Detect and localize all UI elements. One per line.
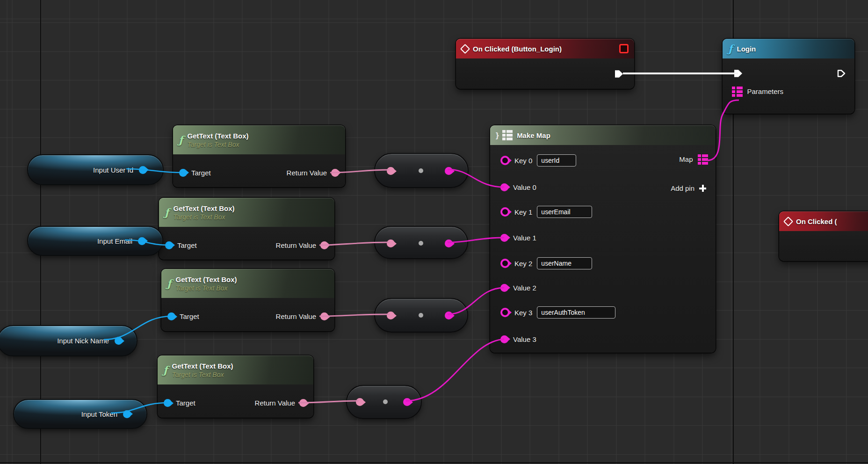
parameters-pin-label: Parameters: [747, 87, 784, 95]
conversion-input-pin[interactable]: [387, 239, 395, 247]
add-pin-label: Add pin: [671, 184, 694, 192]
target-label: Target: [191, 169, 211, 177]
key-3-label: Key 3: [514, 309, 532, 317]
variable-label: Input Nick Name: [57, 337, 109, 345]
map-output-pin[interactable]: [698, 154, 709, 165]
key-0-pin-row[interactable]: Key 0: [490, 153, 576, 168]
add-pin-plus-icon[interactable]: [699, 185, 706, 192]
key-3-pin-row[interactable]: Key 3: [490, 305, 615, 320]
event-node-header: On Clicked (Button_Login): [456, 39, 634, 58]
function-node-login[interactable]: ƒ Login Parameters: [723, 39, 854, 114]
gettext-header: ƒ GetText (Text Box) Target is Text Box: [159, 198, 334, 227]
map-output-label: Map: [679, 155, 693, 163]
key-1-label: Key 1: [514, 208, 532, 216]
event-node-title: On Clicked (Button_Login): [473, 45, 562, 53]
gettext-title: GetText (Text Box): [172, 362, 233, 370]
gettext-subtitle: Target is Text Box: [173, 213, 234, 221]
variable-label: Input User Id: [93, 166, 133, 174]
value-0-label: Value 0: [513, 183, 536, 191]
make-map-header: } Make Map: [490, 125, 716, 145]
conversion-output-pin[interactable]: [445, 167, 453, 175]
conversion-input-pin[interactable]: [356, 398, 364, 406]
target-input-pin[interactable]: Target: [164, 399, 195, 407]
add-pin-row[interactable]: Add pin: [671, 184, 706, 192]
variable-node-input-token[interactable]: Input Token: [13, 399, 147, 429]
gettext-node-2[interactable]: ƒ GetText (Text Box) Target is Text Box …: [159, 198, 334, 260]
return-value-label: Return Value: [255, 399, 295, 407]
target-input-pin[interactable]: Target: [179, 169, 211, 177]
event-diamond-icon: [783, 216, 793, 226]
conversion-input-pin[interactable]: [387, 167, 395, 175]
conversion-dot-icon: [383, 399, 388, 404]
exec-output-pin[interactable]: [837, 69, 846, 78]
map-output-pin-row[interactable]: Map: [679, 154, 708, 165]
gettext-node-4[interactable]: ƒ GetText (Text Box) Target is Text Box …: [158, 355, 313, 418]
make-map-title: Make Map: [517, 131, 550, 139]
conversion-dot-icon: [419, 313, 423, 318]
key-2-value-input[interactable]: [537, 257, 592, 269]
conversion-dot-icon: [419, 168, 423, 173]
target-label: Target: [177, 241, 197, 249]
conversion-node-text-to-string-4[interactable]: [346, 385, 422, 419]
variable-node-input-email[interactable]: Input Email: [27, 226, 163, 256]
gettext-title: GetText (Text Box): [175, 276, 237, 283]
value-2-pin-row[interactable]: Value 2: [490, 280, 536, 295]
gettext-node-1[interactable]: ƒ GetText (Text Box) Target is Text Box …: [173, 125, 345, 187]
value-3-pin-row[interactable]: Value 3: [490, 332, 536, 347]
exec-output-pin[interactable]: [615, 70, 623, 78]
parameters-input-pin[interactable]: Parameters: [732, 87, 783, 97]
conversion-output-pin[interactable]: [445, 239, 453, 247]
target-label: Target: [176, 399, 195, 407]
map-pin-icon: [732, 87, 743, 97]
gettext-header: ƒ GetText (Text Box) Target is Text Box: [158, 355, 313, 384]
gettext-title: GetText (Text Box): [173, 204, 234, 212]
return-value-label: Return Value: [276, 241, 316, 249]
event-node-on-clicked-partial[interactable]: On Clicked (: [779, 211, 868, 261]
conversion-dot-icon: [419, 241, 423, 246]
login-node-header: ƒ Login: [723, 39, 854, 58]
grid-origin-line-horizontal: [0, 462, 868, 463]
key-0-value-input[interactable]: [537, 154, 576, 167]
gettext-node-3[interactable]: ƒ GetText (Text Box) Target is Text Box …: [161, 269, 334, 331]
gettext-title: GetText (Text Box): [187, 132, 248, 140]
wire-conv4-to-value3[interactable]: [406, 339, 504, 401]
key-1-pin[interactable]: [500, 207, 510, 217]
delegate-pin-icon[interactable]: [619, 44, 629, 53]
variable-label: Input Email: [97, 237, 132, 245]
value-3-label: Value 3: [513, 335, 536, 343]
key-0-pin[interactable]: [500, 156, 510, 165]
gettext-header: ƒ GetText (Text Box) Target is Text Box: [161, 269, 334, 298]
value-1-label: Value 1: [513, 234, 536, 242]
value-2-label: Value 2: [513, 284, 536, 292]
key-2-label: Key 2: [514, 260, 532, 268]
target-input-pin[interactable]: Target: [167, 312, 199, 320]
event-node-on-clicked-button-login[interactable]: On Clicked (Button_Login): [456, 39, 634, 89]
conversion-output-pin[interactable]: [445, 312, 453, 319]
function-icon: ƒ: [167, 278, 171, 289]
key-3-value-input[interactable]: [537, 306, 615, 319]
function-icon: ƒ: [179, 135, 183, 145]
gettext-subtitle: Target is Text Box: [187, 141, 248, 148]
conversion-node-text-to-string-3[interactable]: [374, 298, 468, 333]
event-diamond-icon: [460, 44, 470, 53]
variable-node-input-nick-name[interactable]: Input Nick Name: [0, 325, 137, 356]
conversion-input-pin[interactable]: [387, 312, 395, 319]
gettext-subtitle: Target is Text Box: [172, 371, 233, 378]
variable-label: Input Token: [81, 410, 117, 418]
return-value-label: Return Value: [276, 312, 316, 320]
key-3-pin[interactable]: [500, 308, 510, 317]
key-1-pin-row[interactable]: Key 1: [490, 204, 592, 219]
blueprint-graph-canvas[interactable]: On Clicked (Button_Login) ƒ Login Parame…: [0, 0, 868, 464]
conversion-output-pin[interactable]: [403, 398, 411, 406]
target-input-pin[interactable]: Target: [165, 241, 197, 249]
key-1-value-input[interactable]: [537, 206, 592, 218]
event-node-title: On Clicked (: [796, 218, 837, 225]
make-map-node[interactable]: } Make Map Key 0 Value 0 Key 1 Value 1 K…: [490, 125, 716, 353]
key-2-pin-row[interactable]: Key 2: [490, 256, 592, 271]
login-node-title: Login: [737, 45, 756, 53]
gettext-subtitle: Target is Text Box: [175, 284, 237, 292]
function-icon: ƒ: [163, 365, 167, 375]
target-label: Target: [180, 312, 199, 320]
key-2-pin[interactable]: [500, 259, 510, 268]
key-0-label: Key 0: [514, 157, 532, 165]
